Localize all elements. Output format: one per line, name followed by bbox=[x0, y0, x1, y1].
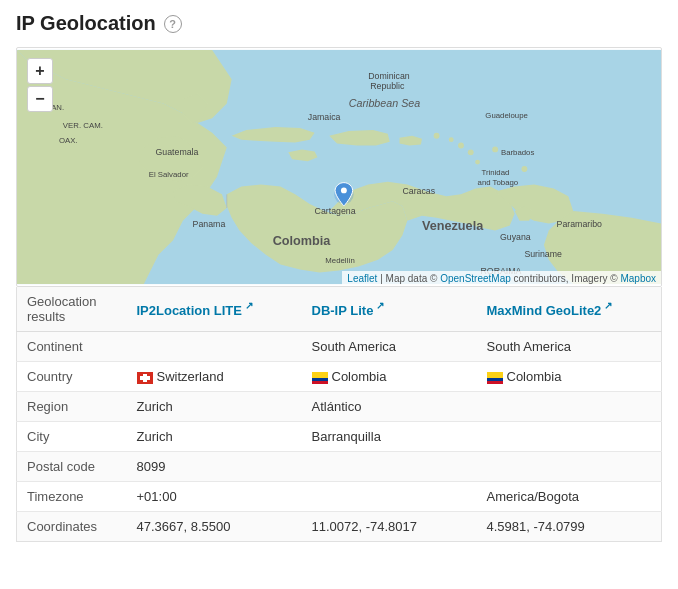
svg-text:Panama: Panama bbox=[193, 219, 226, 229]
header-dbip: DB-IP Lite bbox=[302, 287, 477, 332]
svg-text:Jamaica: Jamaica bbox=[308, 112, 341, 122]
table-row: Postal code8099 bbox=[17, 452, 662, 482]
svg-point-2 bbox=[449, 137, 454, 142]
svg-point-5 bbox=[475, 160, 480, 165]
svg-text:Medellín: Medellín bbox=[325, 256, 354, 265]
svg-point-4 bbox=[468, 149, 474, 155]
svg-text:El Salvador: El Salvador bbox=[149, 170, 189, 179]
svg-point-7 bbox=[521, 166, 527, 172]
svg-rect-42 bbox=[487, 381, 503, 384]
svg-text:Barbados: Barbados bbox=[501, 148, 534, 157]
page-title: IP Geolocation bbox=[16, 12, 156, 35]
svg-text:Dominican: Dominican bbox=[368, 71, 410, 81]
page-container: IP Geolocation ? + − bbox=[0, 0, 678, 554]
row-label-3: City bbox=[17, 422, 127, 452]
row-label-5: Timezone bbox=[17, 482, 127, 512]
row-maxmind-0: South America bbox=[477, 332, 662, 362]
svg-text:Guatemala: Guatemala bbox=[156, 147, 199, 157]
table-row: RegionZurichAtlántico bbox=[17, 392, 662, 422]
map-attribution: Leaflet | Map data © OpenStreetMap contr… bbox=[342, 271, 661, 286]
svg-text:Guyana: Guyana bbox=[500, 232, 531, 242]
map-svg: Caribbean Sea Dominican Republic Jamaica… bbox=[17, 48, 661, 286]
row-dbip-1: Colombia bbox=[302, 362, 477, 392]
row-maxmind-4 bbox=[477, 452, 662, 482]
zoom-in-button[interactable]: + bbox=[27, 58, 53, 84]
row-label-4: Postal code bbox=[17, 452, 127, 482]
svg-text:VER.: VER. bbox=[63, 121, 81, 130]
title-row: IP Geolocation ? bbox=[16, 12, 662, 35]
svg-text:Caracas: Caracas bbox=[402, 186, 435, 196]
help-icon[interactable]: ? bbox=[164, 15, 182, 33]
row-maxmind-2 bbox=[477, 392, 662, 422]
svg-text:Cartagena: Cartagena bbox=[315, 206, 356, 216]
svg-point-3 bbox=[458, 143, 464, 149]
row-maxmind-5: America/Bogota bbox=[477, 482, 662, 512]
table-row: ContinentSouth AmericaSouth America bbox=[17, 332, 662, 362]
svg-rect-38 bbox=[312, 378, 328, 381]
header-maxmind: MaxMind GeoLite2 bbox=[477, 287, 662, 332]
maxmind-link[interactable]: MaxMind GeoLite2 bbox=[487, 303, 613, 318]
row-label-0: Continent bbox=[17, 332, 127, 362]
svg-rect-39 bbox=[312, 381, 328, 384]
table-header-row: Geolocation results IP2Location LITE DB-… bbox=[17, 287, 662, 332]
row-ip2-2: Zurich bbox=[127, 392, 302, 422]
row-label-2: Region bbox=[17, 392, 127, 422]
row-maxmind-1: Colombia bbox=[477, 362, 662, 392]
row-dbip-4 bbox=[302, 452, 477, 482]
svg-text:Republic: Republic bbox=[370, 81, 405, 91]
ip2location-link[interactable]: IP2Location LITE bbox=[137, 303, 253, 318]
svg-text:OAX.: OAX. bbox=[59, 136, 78, 145]
row-ip2-4: 8099 bbox=[127, 452, 302, 482]
mapbox-link[interactable]: Mapbox bbox=[620, 273, 656, 284]
row-dbip-3: Barranquilla bbox=[302, 422, 477, 452]
svg-rect-36 bbox=[140, 376, 150, 380]
row-dbip-5 bbox=[302, 482, 477, 512]
svg-rect-40 bbox=[487, 372, 503, 378]
svg-text:Paramaribo: Paramaribo bbox=[557, 219, 602, 229]
svg-point-6 bbox=[492, 147, 498, 153]
svg-point-1 bbox=[434, 133, 440, 139]
row-ip2-5: +01:00 bbox=[127, 482, 302, 512]
results-table: Geolocation results IP2Location LITE DB-… bbox=[16, 287, 662, 542]
table-row: Coordinates47.3667, 8.550011.0072, -74.8… bbox=[17, 512, 662, 542]
table-row: Timezone+01:00America/Bogota bbox=[17, 482, 662, 512]
svg-point-33 bbox=[341, 187, 347, 193]
zoom-controls: + − bbox=[27, 58, 53, 112]
svg-rect-37 bbox=[312, 372, 328, 378]
svg-text:Trinidad: Trinidad bbox=[481, 168, 509, 177]
svg-text:Venezuela: Venezuela bbox=[422, 219, 484, 233]
svg-text:Colombia: Colombia bbox=[273, 234, 332, 248]
svg-text:and Tobago: and Tobago bbox=[478, 178, 519, 187]
table-row: CountrySwitzerlandColombiaColombia bbox=[17, 362, 662, 392]
zoom-out-button[interactable]: − bbox=[27, 86, 53, 112]
row-maxmind-3 bbox=[477, 422, 662, 452]
leaflet-link[interactable]: Leaflet bbox=[347, 273, 377, 284]
row-dbip-6: 11.0072, -74.8017 bbox=[302, 512, 477, 542]
row-dbip-0: South America bbox=[302, 332, 477, 362]
map-container[interactable]: + − bbox=[16, 47, 662, 287]
svg-text:Guadeloupe: Guadeloupe bbox=[485, 111, 527, 120]
table-row: CityZurichBarranquilla bbox=[17, 422, 662, 452]
header-ip2location: IP2Location LITE bbox=[127, 287, 302, 332]
row-ip2-0 bbox=[127, 332, 302, 362]
header-label: Geolocation results bbox=[17, 287, 127, 332]
row-ip2-6: 47.3667, 8.5500 bbox=[127, 512, 302, 542]
row-maxmind-6: 4.5981, -74.0799 bbox=[477, 512, 662, 542]
row-ip2-3: Zurich bbox=[127, 422, 302, 452]
svg-text:Suriname: Suriname bbox=[524, 249, 562, 259]
row-label-1: Country bbox=[17, 362, 127, 392]
row-dbip-2: Atlántico bbox=[302, 392, 477, 422]
svg-text:CAM.: CAM. bbox=[83, 121, 102, 130]
row-label-6: Coordinates bbox=[17, 512, 127, 542]
svg-rect-41 bbox=[487, 378, 503, 381]
row-ip2-1: Switzerland bbox=[127, 362, 302, 392]
osm-link[interactable]: OpenStreetMap bbox=[440, 273, 511, 284]
dbip-link[interactable]: DB-IP Lite bbox=[312, 303, 385, 318]
svg-text:Caribbean Sea: Caribbean Sea bbox=[349, 97, 421, 109]
